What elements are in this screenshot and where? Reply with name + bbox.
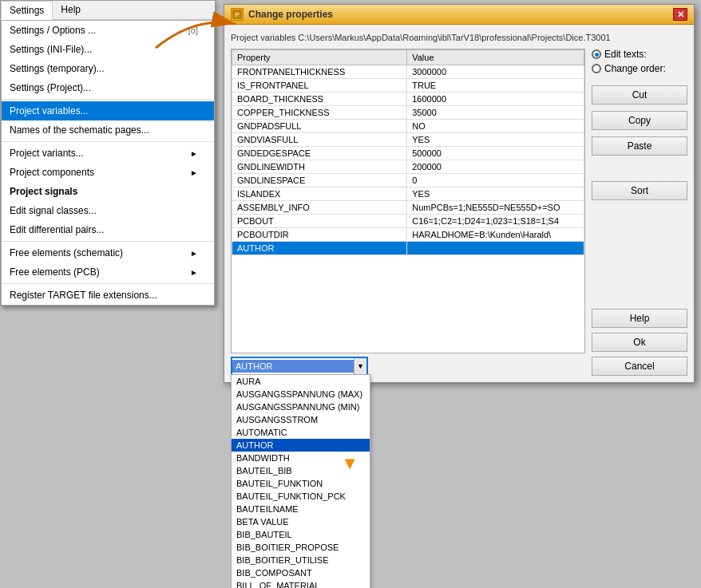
table-row[interactable]: IS_FRONTPANELTRUE (232, 79, 584, 93)
dropdown-arrow-button[interactable]: ▼ (354, 358, 366, 374)
dropdown-list-container: AURAAUSGANGSSPANNUNG (MAX)AUSGANGSSPANNU… (231, 374, 370, 588)
dropdown-list: AURAAUSGANGSSPANNUNG (MAX)AUSGANGSSPANNU… (232, 375, 370, 588)
right-panel: Edit texts: Change order: Cut Copy Paste… (592, 49, 687, 376)
copy-button[interactable]: Copy (592, 111, 687, 130)
col-header-property: Property (232, 50, 407, 65)
list-item[interactable]: BAUTEIL_FUNKTION_PCK (232, 490, 370, 503)
table-row[interactable]: COPPER_THICKNESS35000 (232, 106, 584, 120)
table-row[interactable]: ISLANDEXYES (232, 187, 584, 201)
property-table-container: Property Value FRONTPANELTHICKNESS300000… (231, 49, 585, 353)
dialog-body: Project variables C:\Users\Markus\AppDat… (224, 25, 694, 382)
change-properties-dialog: P Change properties ✕ Project variables … (224, 4, 695, 383)
radio-change-order[interactable]: Change order: (592, 63, 687, 74)
project-path: Project variables C:\Users\Markus\AppDat… (231, 31, 687, 44)
menu-item-schematic-pages[interactable]: Names of the schematic pages... (2, 120, 214, 140)
list-item[interactable]: BAUTEILNAME (232, 503, 370, 515)
table-row[interactable]: AUTHOR (232, 242, 584, 255)
list-item[interactable]: AUTHOR (232, 439, 370, 452)
list-item[interactable]: BIB_COMPOSANT (232, 566, 370, 579)
menu-item-settings-project[interactable]: Settings (Project)... (2, 78, 214, 97)
dropdown-input[interactable] (232, 360, 354, 373)
table-row[interactable]: PCBOUTDIRHARALDHOME=B:\Kunden\Harald\ (232, 228, 584, 242)
menu-item-free-pcb[interactable]: Free elements (PCB) ► (2, 262, 214, 282)
menu-item-signal-classes[interactable]: Edit signal classes... (2, 201, 214, 220)
dropdown-combo: ▼ (231, 357, 368, 376)
radio-group: Edit texts: Change order: (592, 49, 687, 74)
settings-dropdown: Settings / Options ... [o] Settings (INI… (1, 20, 215, 306)
list-item[interactable]: AUSGANGSSTROM (232, 413, 370, 426)
dialog-title: Change properties (248, 9, 333, 20)
list-item[interactable]: BILL_OF_MATERIAL (232, 579, 370, 588)
paste-button[interactable]: Paste (592, 136, 687, 156)
table-row[interactable]: GNDVIASFULLYES (232, 133, 584, 147)
cut-button[interactable]: Cut (592, 85, 687, 105)
list-item[interactable]: AUSGANGSSPANNUNG (MIN) (232, 401, 370, 413)
list-item[interactable]: AUTOMATIC (232, 426, 370, 439)
menu-item-register-target[interactable]: Register TARGET file extensions... (2, 286, 214, 305)
dialog-content: Property Value FRONTPANELTHICKNESS300000… (231, 49, 687, 376)
menu-item-project-components[interactable]: Project components ► (2, 163, 214, 182)
settings-menu-trigger[interactable]: Settings (1, 1, 53, 20)
list-item[interactable]: AUSGANGSSPANNUNG (MAX) (232, 388, 370, 401)
close-button[interactable]: ✕ (673, 8, 687, 21)
radio-change-order-circle (592, 64, 601, 73)
list-item[interactable]: BAUTEIL_BIB (232, 464, 370, 477)
col-header-value: Value (407, 50, 584, 65)
table-row[interactable]: BOARD_THICKNESS1600000 (232, 93, 584, 106)
menu-item-diff-pairs[interactable]: Edit differential pairs... (2, 220, 214, 239)
sort-button[interactable]: Sort (592, 181, 687, 200)
cancel-button[interactable]: Cancel (592, 357, 687, 376)
radio-edit-texts[interactable]: Edit texts: (592, 49, 687, 60)
bottom-buttons: Help Ok Cancel (592, 309, 687, 376)
ok-button[interactable]: Ok (592, 333, 687, 352)
help-button[interactable]: Help (592, 309, 687, 328)
table-row[interactable]: GNDLINEWIDTH200000 (232, 160, 584, 174)
table-row[interactable]: GNDPADSFULLNO (232, 120, 584, 133)
radio-edit-texts-circle (592, 49, 601, 59)
table-row[interactable]: FRONTPANELTHICKNESS3000000 (232, 65, 584, 79)
menu-item-project-signals[interactable]: Project signals (2, 182, 214, 201)
menu-item-project-variables[interactable]: Project variables... (2, 101, 214, 120)
list-item[interactable]: BIB_BOITIER_PROPOSE (232, 541, 370, 554)
help-menu-trigger[interactable]: Help (53, 1, 89, 19)
table-row[interactable]: PCBOUTC16=1;C2=1;D24=1;023=1;S18=1;S4 (232, 215, 584, 228)
list-item[interactable]: BIB_BAUTEIL (232, 528, 370, 541)
table-row[interactable]: ASSEMBLY_INFONumPCBs=1;NE555D=NE555D+=SO (232, 201, 584, 215)
list-item[interactable]: BIB_BOITIER_UTILISE (232, 554, 370, 566)
dialog-titlebar: P Change properties ✕ (224, 5, 694, 25)
list-item[interactable]: BANDWIDTH (232, 452, 370, 464)
list-item[interactable]: AURA (232, 375, 370, 388)
list-item[interactable]: BAUTEIL_FUNKTION (232, 477, 370, 490)
property-table: Property Value FRONTPANELTHICKNESS300000… (232, 49, 584, 255)
dropdown-row: ▼ AURAAUSGANGSSPANNUNG (MAX)AUSGANGSSPAN… (231, 357, 585, 376)
table-row[interactable]: GNDEDGESPACE500000 (232, 147, 584, 160)
arrow-annotation (148, 8, 244, 58)
menu-item-free-schematic[interactable]: Free elements (schematic) ► (2, 243, 214, 262)
menu-item-settings-temp[interactable]: Settings (temporary)... (2, 59, 214, 78)
list-item[interactable]: BETA VALUE (232, 515, 370, 528)
table-row[interactable]: GNDLINESPACE0 (232, 174, 584, 187)
menu-item-project-variants[interactable]: Project variants... ► (2, 144, 214, 163)
